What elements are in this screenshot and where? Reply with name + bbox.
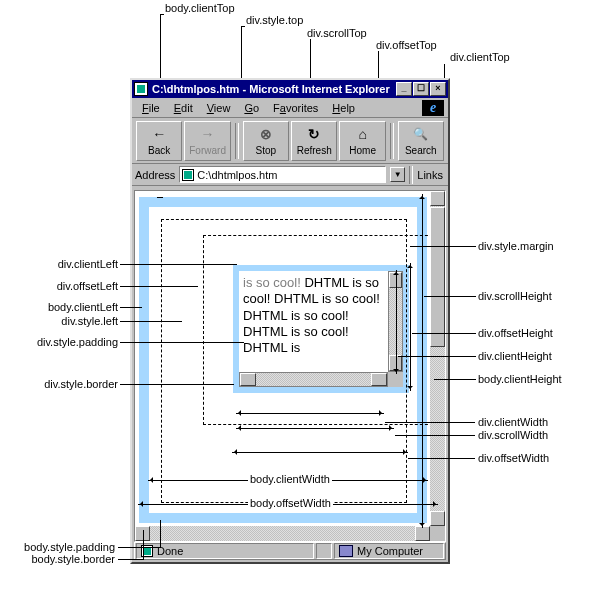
range-div-scrollWidth xyxy=(236,428,394,429)
outer-scrollbar-vertical[interactable] xyxy=(430,191,445,526)
separator xyxy=(235,123,239,159)
menu-edit[interactable]: Edit xyxy=(168,100,199,116)
range-div-offsetHeight xyxy=(410,263,411,391)
status-done-cell: Done xyxy=(136,543,314,559)
scroll-thumb[interactable] xyxy=(430,207,445,347)
leader xyxy=(160,520,161,548)
tick xyxy=(157,197,163,198)
label-div-style-margin: div.style.margin xyxy=(478,240,554,252)
leader xyxy=(434,379,476,380)
leader xyxy=(424,296,476,297)
titlebar[interactable]: C:\dhtmlpos.htm - Microsoft Internet Exp… xyxy=(132,80,448,98)
computer-icon xyxy=(339,545,353,557)
document-icon xyxy=(134,82,148,96)
home-label: Home xyxy=(349,145,376,156)
search-button[interactable]: 🔍 Search xyxy=(398,121,444,161)
label-div-offsetLeft: div.offsetLeft xyxy=(8,280,118,292)
leader xyxy=(395,435,475,436)
label-div-offsetWidth: div.offsetWidth xyxy=(478,452,549,464)
menubar: File Edit View Go Favorites Help e xyxy=(132,98,448,118)
leader xyxy=(408,458,475,459)
label-div-offsetHeight: div.offsetHeight xyxy=(478,327,553,339)
window-title: C:\dhtmlpos.htm - Microsoft Internet Exp… xyxy=(152,83,396,95)
range-div-clientWidth xyxy=(236,413,384,414)
range-div-offsetWidth xyxy=(232,452,408,453)
scroll-down-icon[interactable] xyxy=(430,511,445,526)
outer-scrollbar-horizontal[interactable] xyxy=(135,526,430,541)
address-label: Address xyxy=(135,169,175,181)
tick xyxy=(241,26,245,27)
label-div-clientLeft: div.clientLeft xyxy=(8,258,118,270)
label-body-style-padding: body.style.padding xyxy=(0,541,115,553)
leader xyxy=(120,342,244,343)
stop-icon: ⊗ xyxy=(257,125,275,143)
links-label[interactable]: Links xyxy=(417,169,445,181)
label-div-scrollHeight: div.scrollHeight xyxy=(478,290,552,302)
outer-scrollbar-corner xyxy=(430,526,445,541)
refresh-icon: ↻ xyxy=(305,125,323,143)
refresh-button[interactable]: ↻ Refresh xyxy=(291,121,337,161)
close-button[interactable]: × xyxy=(430,82,446,96)
label-body-clientTop: body.clientTop xyxy=(165,2,235,14)
tick xyxy=(160,14,164,15)
label-div-style-padding: div.style.padding xyxy=(8,336,118,348)
forward-button[interactable]: → Forward xyxy=(184,121,230,161)
stop-button[interactable]: ⊗ Stop xyxy=(243,121,289,161)
search-label: Search xyxy=(405,145,437,156)
arrow-right-icon: → xyxy=(199,125,217,143)
address-input[interactable]: C:\dhtmlpos.htm xyxy=(179,166,386,183)
range-div-clientHeight xyxy=(396,270,397,374)
label-body-clientLeft: body.clientLeft xyxy=(8,301,118,313)
label-div-scrollTop: div.scrollTop xyxy=(307,27,367,39)
menu-go[interactable]: Go xyxy=(238,100,265,116)
statusbar: Done My Computer xyxy=(134,542,446,560)
label-div-clientTop: div.clientTop xyxy=(450,51,510,63)
leader xyxy=(118,559,144,560)
address-value: C:\dhtmlpos.htm xyxy=(197,169,277,181)
back-button[interactable]: ← Back xyxy=(136,121,182,161)
page-body: is so cool! DHTML is so cool! DHTML is s… xyxy=(135,191,445,541)
diagram-stage: body.clientTop div.style.top div.scrollT… xyxy=(0,0,609,602)
home-button[interactable]: ⌂ Home xyxy=(339,121,385,161)
menu-view[interactable]: View xyxy=(201,100,237,116)
leader xyxy=(410,246,476,247)
home-icon: ⌂ xyxy=(354,125,372,143)
label-div-style-top: div.style.top xyxy=(246,14,303,26)
leader xyxy=(120,264,237,265)
label-div-clientHeight: div.clientHeight xyxy=(478,350,552,362)
label-body-style-border: body.style.border xyxy=(0,553,115,565)
leader xyxy=(120,384,234,385)
stop-label: Stop xyxy=(256,145,277,156)
separator xyxy=(390,123,394,159)
label-div-style-left: div.style.left xyxy=(8,315,118,327)
label-div-offsetTop: div.offsetTop xyxy=(376,39,437,51)
minimize-button[interactable]: _ xyxy=(396,82,412,96)
menu-file[interactable]: File xyxy=(136,100,166,116)
label-div-style-border: div.style.border xyxy=(8,378,118,390)
page-icon xyxy=(182,169,194,181)
leader xyxy=(120,321,182,322)
address-bar: Address C:\dhtmlpos.htm ▼ Links xyxy=(132,164,448,186)
toolbar: ← Back → Forward ⊗ Stop ↻ Refresh ⌂ Home xyxy=(132,118,448,164)
label-body-offsetWidth: body.offsetWidth xyxy=(248,497,333,509)
label-div-clientWidth: div.clientWidth xyxy=(478,416,548,428)
status-zone-cell: My Computer xyxy=(334,543,444,559)
address-dropdown-button[interactable]: ▼ xyxy=(390,167,405,182)
search-icon: 🔍 xyxy=(412,125,430,143)
status-empty-cell xyxy=(316,543,332,559)
padding-outline xyxy=(161,219,407,503)
menu-favorites[interactable]: Favorites xyxy=(267,100,324,116)
maximize-button[interactable]: ☐ xyxy=(413,82,429,96)
ie-logo-icon: e xyxy=(422,100,444,116)
refresh-label: Refresh xyxy=(297,145,332,156)
status-zone: My Computer xyxy=(357,545,423,557)
scroll-up-icon[interactable] xyxy=(430,191,445,206)
label-div-scrollWidth: div.scrollWidth xyxy=(478,429,548,441)
leader xyxy=(118,547,160,548)
arrow-left-icon: ← xyxy=(150,125,168,143)
label-body-clientHeight: body.clientHeight xyxy=(478,373,562,385)
menu-help[interactable]: Help xyxy=(326,100,361,116)
leader xyxy=(120,286,198,287)
label-body-clientWidth: body.clientWidth xyxy=(248,473,332,485)
leader xyxy=(120,307,142,308)
